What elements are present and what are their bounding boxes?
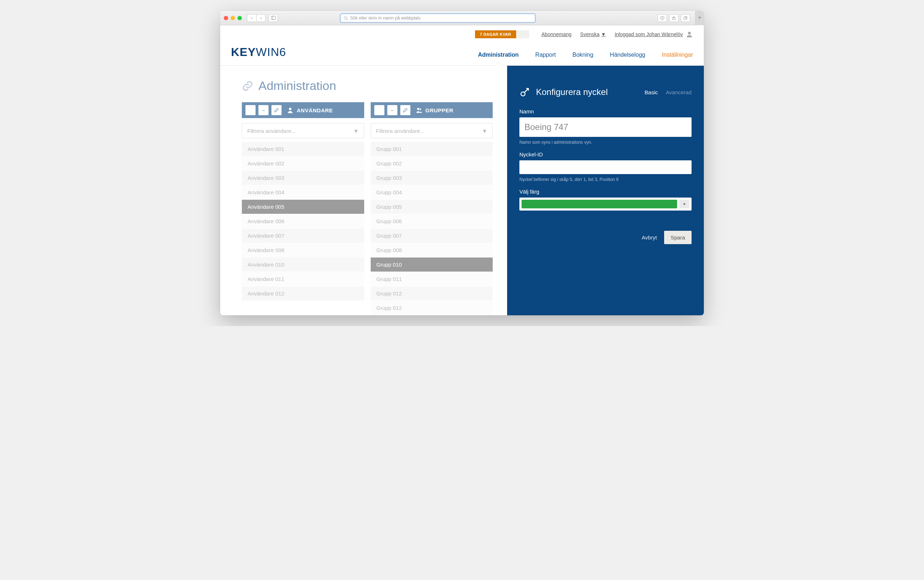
language-selector[interactable]: Svenska ▼ bbox=[580, 31, 606, 37]
name-input[interactable] bbox=[520, 117, 692, 137]
add-user-button[interactable] bbox=[245, 105, 256, 115]
list-item[interactable]: Användare 005 bbox=[242, 200, 364, 214]
main-pane: Administration − ANVÄNDARE bbox=[220, 66, 507, 315]
tabs-button[interactable] bbox=[681, 14, 690, 22]
column-users-label: ANVÄNDARE bbox=[297, 107, 333, 114]
group-icon bbox=[416, 107, 423, 114]
list-item[interactable]: Användare 008 bbox=[242, 243, 364, 257]
tab-advanced[interactable]: Avancerad bbox=[666, 89, 692, 96]
filter-users[interactable]: Filtrera användare... ▼ bbox=[242, 123, 364, 138]
list-item[interactable]: Användare 003 bbox=[242, 171, 364, 185]
current-user[interactable]: Inloggad som Johan Wärnelöv bbox=[615, 31, 693, 38]
address-bar[interactable]: Sök eller skriv in namn på webbplats bbox=[340, 14, 535, 22]
search-icon bbox=[344, 16, 348, 20]
nav-administration[interactable]: Administration bbox=[478, 52, 519, 65]
svg-point-10 bbox=[419, 108, 421, 110]
edit-group-button[interactable] bbox=[400, 105, 410, 115]
column-groups: − GRUPPER Filtrera användare... ▼ Gru bbox=[371, 102, 493, 315]
column-groups-header: − GRUPPER bbox=[371, 102, 493, 118]
svg-point-2 bbox=[344, 16, 347, 19]
svg-rect-0 bbox=[271, 16, 275, 20]
share-button[interactable] bbox=[669, 14, 679, 22]
list-item[interactable]: Användare 006 bbox=[242, 214, 364, 229]
download-icon bbox=[660, 16, 664, 20]
chevron-down-icon: ▼ bbox=[482, 128, 487, 134]
language-label: Svenska bbox=[580, 31, 600, 37]
tab-basic[interactable]: Basic bbox=[644, 89, 658, 96]
nav-items: Administration Rapport Bokning Händelsel… bbox=[478, 52, 693, 65]
page-title-text: Administration bbox=[258, 79, 336, 93]
list-item[interactable]: Grupp 007 bbox=[371, 229, 493, 243]
window-controls bbox=[224, 16, 242, 20]
list-item[interactable]: Grupp 001 bbox=[371, 142, 493, 157]
subscription-link[interactable]: Abonnemang bbox=[541, 31, 571, 37]
list-item[interactable]: Användare 007 bbox=[242, 229, 364, 243]
new-tab-button[interactable]: + bbox=[695, 11, 704, 25]
svg-point-9 bbox=[417, 108, 419, 110]
list-item[interactable]: Grupp 004 bbox=[371, 185, 493, 200]
sidebar-toggle-button[interactable] bbox=[268, 14, 278, 22]
list-item[interactable]: Grupp 008 bbox=[371, 243, 493, 257]
pencil-icon bbox=[274, 108, 279, 113]
columns: − ANVÄNDARE Filtrera användare... ▼ A bbox=[242, 102, 493, 315]
list-item[interactable]: Grupp 006 bbox=[371, 214, 493, 229]
id-input[interactable] bbox=[520, 160, 692, 174]
color-label: Välj färg bbox=[520, 188, 692, 194]
chevron-down-icon: ▼ bbox=[353, 128, 359, 134]
list-item[interactable]: Grupp 011 bbox=[371, 272, 493, 287]
trial-days-label: 7 DAGAR KVAR bbox=[475, 30, 516, 38]
save-button[interactable]: Spara bbox=[664, 231, 692, 244]
chrome-right-controls bbox=[658, 14, 690, 22]
remove-group-button[interactable]: − bbox=[387, 105, 397, 115]
downloads-button[interactable] bbox=[658, 14, 667, 22]
link-icon bbox=[242, 80, 253, 92]
app-logo: KEYWIN6 bbox=[231, 46, 286, 65]
pencil-icon bbox=[403, 108, 408, 113]
user-icon bbox=[286, 107, 294, 114]
zoom-window-icon[interactable] bbox=[237, 16, 242, 20]
add-group-button[interactable] bbox=[374, 105, 385, 115]
close-window-icon[interactable] bbox=[224, 16, 228, 20]
color-select[interactable]: ▼ bbox=[520, 198, 692, 211]
trial-remaining-track bbox=[516, 30, 529, 38]
list-item[interactable]: Användare 001 bbox=[242, 142, 364, 157]
list-item[interactable]: Grupp 012 bbox=[371, 301, 493, 315]
list-item[interactable]: Grupp 012 bbox=[371, 287, 493, 301]
list-item[interactable]: Användare 004 bbox=[242, 185, 364, 200]
app-window: ‹ › Sök eller skriv in namn på webbplats… bbox=[220, 11, 704, 315]
main-nav: KEYWIN6 Administration Rapport Bokning H… bbox=[220, 42, 704, 66]
list-item[interactable]: Grupp 002 bbox=[371, 157, 493, 171]
list-item[interactable]: Grupp 003 bbox=[371, 171, 493, 185]
list-item[interactable]: Grupp 005 bbox=[371, 200, 493, 214]
nav-bokning[interactable]: Bokning bbox=[572, 52, 594, 65]
list-item[interactable]: Grupp 010 bbox=[371, 257, 493, 272]
edit-user-button[interactable] bbox=[271, 105, 281, 115]
address-placeholder: Sök eller skriv in namn på webbplats bbox=[350, 15, 421, 21]
avatar-icon bbox=[686, 31, 693, 38]
minimize-window-icon[interactable] bbox=[231, 16, 235, 20]
sidebar-icon bbox=[271, 15, 276, 20]
nav-rapport[interactable]: Rapport bbox=[535, 52, 556, 65]
id-hint: Nyckel befinner sig i skåp 5, dörr 1, li… bbox=[520, 177, 692, 182]
column-users-label-wrap: ANVÄNDARE bbox=[286, 107, 333, 114]
svg-line-3 bbox=[347, 19, 348, 20]
filter-groups[interactable]: Filtrera användare... ▼ bbox=[371, 123, 493, 138]
user-prefix: Inloggad som bbox=[615, 31, 645, 37]
nav-handelselogg[interactable]: Händelselogg bbox=[610, 52, 645, 65]
list-item[interactable]: Användare 010 bbox=[242, 257, 364, 272]
config-panel: Konfigurera nyckel Basic Avancerad Namn … bbox=[507, 66, 704, 315]
forward-button[interactable]: › bbox=[256, 14, 266, 22]
back-button[interactable]: ‹ bbox=[247, 14, 256, 22]
list-item[interactable]: Användare 011 bbox=[242, 272, 364, 287]
nav-installningar[interactable]: Inställningar bbox=[662, 52, 693, 65]
remove-user-button[interactable]: − bbox=[258, 105, 268, 115]
panel-title: Konfigurera nyckel bbox=[520, 87, 608, 97]
cancel-button[interactable]: Avbryt bbox=[642, 234, 657, 241]
list-item[interactable]: Användare 002 bbox=[242, 157, 364, 171]
groups-list: Grupp 001Grupp 002Grupp 003Grupp 004Grup… bbox=[371, 142, 493, 315]
content-area: Administration − ANVÄNDARE bbox=[220, 66, 704, 315]
logo-bold: KEY bbox=[231, 46, 256, 59]
users-list: Användare 001Användare 002Användare 003A… bbox=[242, 142, 364, 301]
list-item[interactable]: Användare 012 bbox=[242, 287, 364, 301]
column-users-header: − ANVÄNDARE bbox=[242, 102, 364, 118]
